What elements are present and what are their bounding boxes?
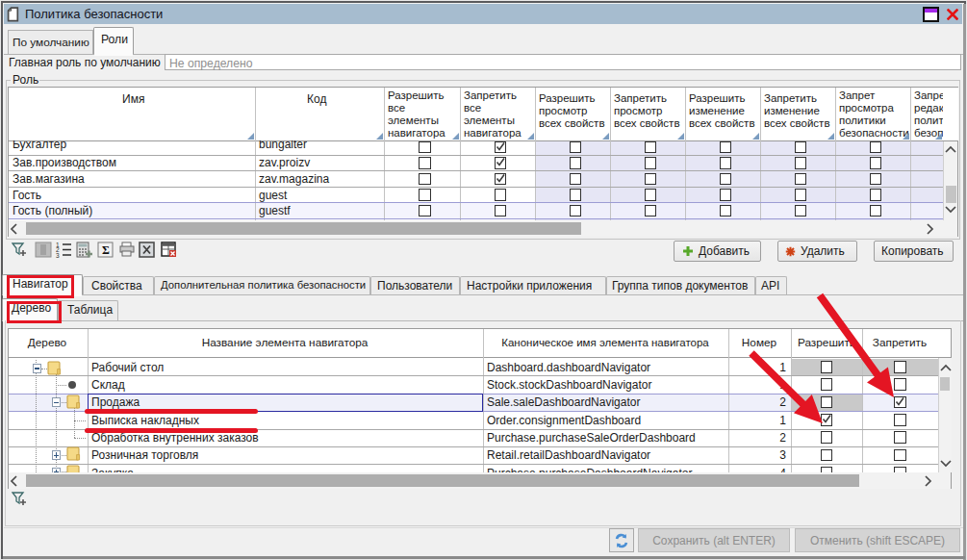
- svg-text:Σ: Σ: [102, 243, 110, 257]
- svg-text:3: 3: [56, 252, 60, 259]
